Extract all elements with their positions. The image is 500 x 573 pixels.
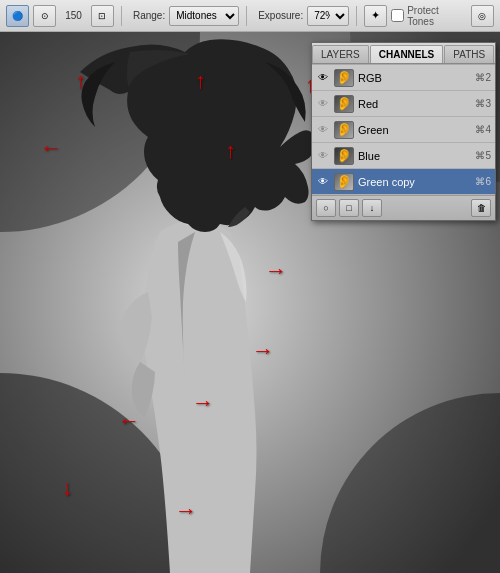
channel-green-copy-name: Green copy [358,176,471,188]
eye-rgb[interactable]: 👁 [316,71,330,85]
brush-size-icon: ⊙ [41,11,49,21]
channel-blue[interactable]: 👁 👂 Blue ⌘5 [312,143,495,169]
panel-selection-btn[interactable]: □ [339,199,359,217]
channel-blue-name: Blue [358,150,471,162]
channel-green-name: Green [358,124,471,136]
protect-tones-label: Protect Tones [407,5,465,27]
brush-size-value: 150 [60,10,87,21]
channel-rgb-shortcut: ⌘2 [475,72,491,83]
sep2 [246,6,247,26]
thumb-green-copy: 👂 [334,173,354,191]
panel-circle-btn[interactable]: ○ [316,199,336,217]
eye-green-copy[interactable]: 👁 [316,175,330,189]
extra-tool-btn[interactable]: ◎ [471,5,494,27]
panel-save-btn[interactable]: ↓ [362,199,382,217]
panel-bottom-toolbar: ○ □ ↓ 🗑 [312,195,495,220]
channel-green-shortcut: ⌘4 [475,124,491,135]
tab-channels[interactable]: CHANNELS [370,45,444,63]
tab-layers[interactable]: LAYERS [312,45,369,63]
airbrush-btn[interactable]: ✦ [364,5,387,27]
protect-tones-check[interactable]: Protect Tones [391,5,465,27]
canvas-area[interactable]: ↑ ↑ ↑ ← ↑ → → → ← ↓ → LAYERS CHANNELS PA… [0,32,500,573]
brush-mode-btn[interactable]: ⊡ [91,5,114,27]
airbrush-icon: ✦ [371,9,380,22]
thumb-rgb: 👂 [334,69,354,87]
channel-rgb-name: RGB [358,72,471,84]
exposure-select[interactable]: 72% [307,6,349,26]
dodge-tool-btn[interactable]: 🔵 [6,5,29,27]
sep1 [121,6,122,26]
range-label: Range: [133,10,165,21]
range-select[interactable]: Midtones Shadows Highlights [169,6,239,26]
panel-delete-btn[interactable]: 🗑 [471,199,491,217]
channel-green[interactable]: 👁 👂 Green ⌘4 [312,117,495,143]
channel-red-name: Red [358,98,471,110]
eye-blue[interactable]: 👁 [316,149,330,163]
dodge-icon: 🔵 [12,11,23,21]
channel-red-shortcut: ⌘3 [475,98,491,109]
tab-paths[interactable]: PATHS [444,45,494,63]
thumb-red: 👂 [334,95,354,113]
extra-icon: ◎ [478,11,486,21]
thumb-green: 👂 [334,121,354,139]
protect-tones-checkbox[interactable] [391,9,404,22]
channel-red[interactable]: 👁 👂 Red ⌘3 [312,91,495,117]
thumb-blue: 👂 [334,147,354,165]
channels-panel: LAYERS CHANNELS PATHS ≡ 👁 👂 RGB ⌘2 [311,42,496,221]
brush-mode-icon: ⊡ [98,11,106,21]
channel-blue-shortcut: ⌘5 [475,150,491,161]
channel-list: 👁 👂 RGB ⌘2 👁 👂 Red ⌘3 👁 👂 [312,64,495,195]
brush-size-display: ⊙ [33,5,56,27]
toolbar: 🔵 ⊙ 150 ⊡ Range: Midtones Shadows Highli… [0,0,500,32]
sep3 [356,6,357,26]
eye-green[interactable]: 👁 [316,123,330,137]
channel-green-copy[interactable]: 👁 👂 Green copy ⌘6 [312,169,495,195]
channel-rgb[interactable]: 👁 👂 RGB ⌘2 [312,65,495,91]
channel-green-copy-shortcut: ⌘6 [475,176,491,187]
exposure-label: Exposure: [258,10,303,21]
eye-red[interactable]: 👁 [316,97,330,111]
panel-menu-btn[interactable]: ≡ [495,46,500,63]
panel-tabs: LAYERS CHANNELS PATHS ≡ [312,43,495,64]
